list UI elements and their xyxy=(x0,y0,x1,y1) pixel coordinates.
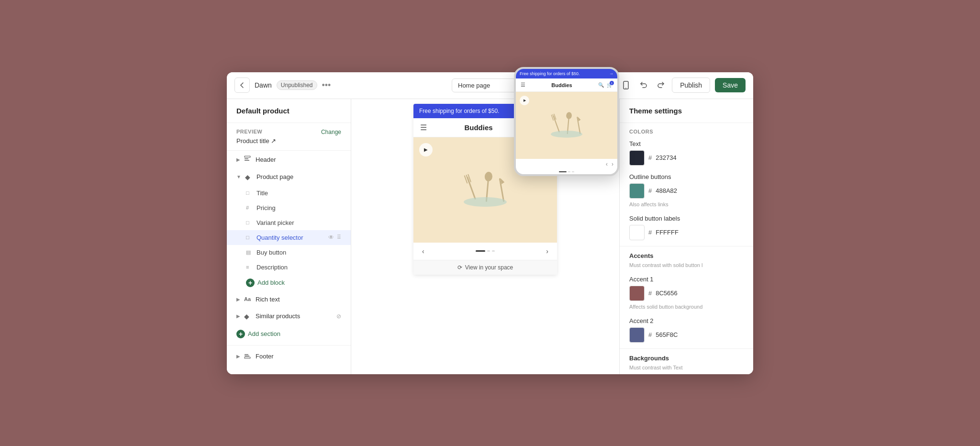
add-section-button[interactable]: + Add section xyxy=(227,325,351,343)
color-swatch-text[interactable] xyxy=(629,150,645,166)
mobile-dot-active xyxy=(559,171,567,172)
save-button[interactable]: Save xyxy=(715,78,746,92)
chevron-down-icon: ▼ xyxy=(236,174,241,179)
mobile-search-icon: 🔍 xyxy=(598,82,604,88)
add-section-label: Add section xyxy=(248,330,280,337)
mobile-prev-icon[interactable]: ‹ xyxy=(606,161,608,167)
mobile-product-image: ▶ xyxy=(516,92,617,159)
dot-active xyxy=(476,250,485,252)
svg-point-13 xyxy=(484,171,493,181)
next-button[interactable]: › xyxy=(543,246,551,256)
color-hash-accent1: # xyxy=(648,290,652,297)
chevron-right-icon-2: ▶ xyxy=(236,297,240,302)
color-label-solid: Solid button labels xyxy=(629,215,744,222)
prev-button[interactable]: ‹ xyxy=(419,246,427,256)
add-block-button[interactable]: + Add block xyxy=(227,275,351,291)
color-value-outline: 488A82 xyxy=(656,187,677,194)
undo-button[interactable] xyxy=(637,79,650,91)
hamburger-icon[interactable]: ☰ xyxy=(420,123,427,132)
mobile-announcement-bar: Free shipping for orders of $50. → xyxy=(516,69,617,78)
unpublished-badge: Unpublished xyxy=(277,80,317,90)
color-swatch-solid[interactable] xyxy=(629,225,645,240)
svg-rect-3 xyxy=(245,158,248,159)
drag-handle[interactable]: ⠿ xyxy=(337,234,341,241)
sidebar-title: Default product xyxy=(227,99,351,123)
color-swatch-outline[interactable] xyxy=(629,183,645,199)
color-row-accent2: Accent 2 # 565F8C xyxy=(620,313,753,346)
main-window: Dawn Unpublished ••• Home page ▾ Publish… xyxy=(227,72,753,374)
mobile-preview-button[interactable] xyxy=(619,78,633,92)
colors-label: COLORS xyxy=(620,123,753,136)
image-nav: ‹ › xyxy=(413,243,557,260)
theme-settings-title: Theme settings xyxy=(620,99,753,123)
color-input-solid[interactable]: # FFFFFF xyxy=(629,225,744,240)
nav-item-product-page[interactable]: ▼ ◆ Product page xyxy=(227,168,351,186)
add-block-label: Add block xyxy=(257,279,285,286)
sub-item-title[interactable]: □ Title xyxy=(227,186,351,201)
play-button[interactable]: ▶ xyxy=(419,143,433,156)
back-button[interactable] xyxy=(234,78,250,93)
color-swatch-accent1[interactable] xyxy=(629,286,645,301)
preview-title: Product title ↗ xyxy=(236,137,341,145)
mobile-nav-icons: 🔍 🛒 1 xyxy=(598,82,612,88)
visibility-button[interactable]: 👁 xyxy=(328,234,334,241)
left-sidebar: Default product PREVIEW Change Product t… xyxy=(227,99,351,374)
color-row-solid-labels: Solid button labels # FFFFFF xyxy=(620,211,753,244)
view-space-label: View in your space xyxy=(465,264,513,271)
nav-item-header-label: Header xyxy=(256,156,276,163)
color-row-text: Text # 232734 xyxy=(620,136,753,169)
mobile-frame: Free shipping for orders of $50. → ☰ Bud… xyxy=(514,67,619,176)
sub-item-variant-picker[interactable]: □ Variant picker xyxy=(227,215,351,230)
color-input-accent1[interactable]: # 8C5656 xyxy=(629,286,744,301)
nav-item-footer[interactable]: ▶ Footer xyxy=(227,347,351,365)
color-row-accent1: Accent 1 # 8C5656 Affects solid button b… xyxy=(620,272,753,313)
svg-rect-7 xyxy=(245,356,249,357)
add-block-icon: + xyxy=(246,279,255,287)
nav-item-rich-text-label: Rich text xyxy=(256,296,280,303)
svg-point-15 xyxy=(464,197,507,207)
main-layout: Default product PREVIEW Change Product t… xyxy=(227,99,753,374)
header-icon xyxy=(244,156,252,164)
redo-button[interactable] xyxy=(655,79,667,91)
pricing-icon: # xyxy=(246,205,253,211)
more-button[interactable]: ••• xyxy=(322,80,331,90)
nav-item-header[interactable]: ▶ Header xyxy=(227,151,351,168)
change-button[interactable]: Change xyxy=(321,129,341,135)
color-value-text: 232734 xyxy=(656,154,676,161)
mobile-product-cutlery xyxy=(540,106,593,145)
mobile-image-arrows: ‹ › xyxy=(516,159,617,169)
nav-item-similar-products[interactable]: ▶ ◆ Similar products ⊘ xyxy=(227,308,351,325)
ar-icon: ⟳ xyxy=(457,264,462,271)
color-input-accent2[interactable]: # 565F8C xyxy=(629,327,744,343)
mobile-announcement-arrow: → xyxy=(609,71,613,76)
sub-item-description[interactable]: ≡ Description xyxy=(227,260,351,275)
similar-products-visibility[interactable]: ⊘ xyxy=(336,313,341,320)
sub-item-buy-label: Buy button xyxy=(256,249,286,256)
color-input-text[interactable]: # 232734 xyxy=(629,150,744,166)
description-icon: ≡ xyxy=(246,264,253,270)
color-swatch-accent2[interactable] xyxy=(629,327,645,343)
sub-item-variant-label: Variant picker xyxy=(256,219,294,226)
view-in-space-button[interactable]: ⟳ View in your space xyxy=(413,260,557,275)
mobile-dots xyxy=(516,169,617,174)
buy-button-icon: ▤ xyxy=(246,249,253,256)
outline-sub-label: Also affects links xyxy=(629,200,744,207)
sub-item-quantity-selector[interactable]: □ Quantity selector 👁 ⠿ xyxy=(227,230,351,245)
mobile-next-icon[interactable]: › xyxy=(612,161,613,167)
nav-item-product-page-label: Product page xyxy=(256,173,293,180)
chevron-right-icon-3: ▶ xyxy=(236,313,240,319)
nav-item-rich-text[interactable]: ▶ Aa Rich text xyxy=(227,291,351,308)
sub-item-pricing[interactable]: # Pricing xyxy=(227,201,351,215)
svg-rect-2 xyxy=(245,156,250,157)
publish-button[interactable]: Publish xyxy=(672,78,710,93)
image-dots xyxy=(472,246,499,256)
dot-inactive-2 xyxy=(492,250,495,252)
sub-item-description-label: Description xyxy=(256,264,288,271)
sub-item-buy-button[interactable]: ▤ Buy button xyxy=(227,245,351,260)
color-value-accent2: 565F8C xyxy=(656,331,678,338)
similar-products-actions: ⊘ xyxy=(336,313,341,320)
color-input-outline[interactable]: # 488A82 xyxy=(629,183,744,199)
product-page-icon: ◆ xyxy=(245,173,253,181)
accent1-sub-label: Affects solid button background xyxy=(629,302,744,310)
rich-text-icon: Aa xyxy=(244,296,252,302)
